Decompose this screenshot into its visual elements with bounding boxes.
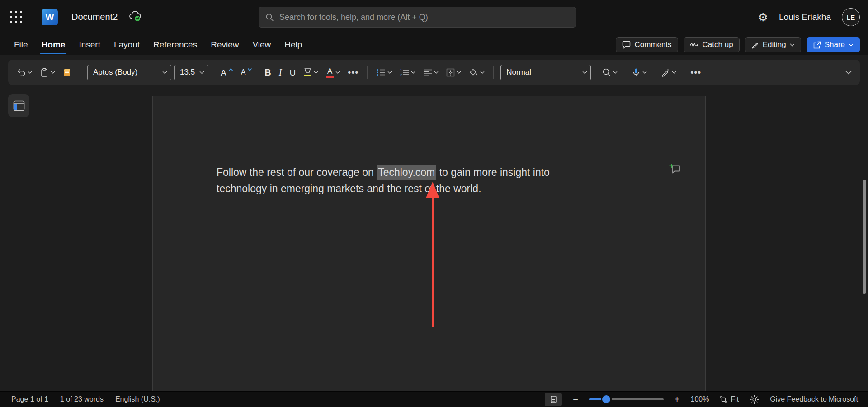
- more-ribbon-options-button[interactable]: •••: [689, 65, 703, 80]
- paragraph-line-1: Follow the rest of our coverage on Techl…: [217, 164, 550, 180]
- magic-pen-icon: [661, 68, 670, 77]
- paragraph-line-2: technology in emerging markets and the r…: [217, 180, 550, 197]
- statusbar-left: Page 1 of 1 1 of 23 words English (U.S.): [0, 395, 160, 403]
- tab-file[interactable]: File: [7, 34, 35, 55]
- document-paragraph[interactable]: Follow the rest of our coverage on Techl…: [217, 164, 550, 197]
- tab-help[interactable]: Help: [278, 34, 309, 55]
- zoom-slider-knob[interactable]: [602, 395, 610, 403]
- more-font-options-button[interactable]: •••: [346, 65, 360, 80]
- chevron-down-icon: [480, 71, 485, 74]
- topbar: W Document2 ⚙ Louis Eriakha LE: [0, 0, 868, 34]
- menubar-actions: Comments Catch up Editing: [616, 37, 868, 52]
- paste-button[interactable]: [38, 66, 57, 80]
- zoom-slider[interactable]: [589, 398, 664, 400]
- find-button[interactable]: [600, 66, 619, 79]
- word-logo-icon[interactable]: W: [42, 9, 58, 25]
- share-button[interactable]: Share: [807, 37, 860, 52]
- search-bar[interactable]: [259, 7, 576, 28]
- fit-icon: [720, 396, 727, 403]
- avatar[interactable]: LE: [842, 8, 860, 26]
- brightness-icon[interactable]: [750, 395, 759, 404]
- word-online-app: W Document2 ⚙ Louis Eriakha LE File Home: [0, 0, 868, 407]
- dictate-button[interactable]: [630, 66, 649, 80]
- italic-button[interactable]: I: [277, 66, 284, 79]
- tab-review[interactable]: Review: [204, 34, 245, 55]
- ribbon-zone: Aptos (Body) 13.5 A A B I U: [0, 55, 868, 89]
- statusbar: Page 1 of 1 1 of 23 words English (U.S.)…: [0, 391, 868, 407]
- bold-button[interactable]: B: [263, 66, 273, 79]
- user-name[interactable]: Louis Eriakha: [779, 12, 831, 22]
- editing-mode-button[interactable]: Editing: [745, 37, 801, 52]
- red-arrow-stem: [432, 197, 434, 327]
- tab-references[interactable]: References: [146, 34, 204, 55]
- red-arrow-head: [426, 182, 439, 198]
- comments-button[interactable]: Comments: [616, 37, 678, 52]
- font-size-select[interactable]: 13.5: [174, 65, 208, 80]
- shading-button[interactable]: [467, 66, 486, 79]
- align-left-icon: [423, 69, 432, 76]
- language[interactable]: English (U.S.): [115, 395, 160, 403]
- font-color-button[interactable]: A: [324, 65, 342, 80]
- feedback-link[interactable]: Give Feedback to Microsoft: [770, 395, 858, 403]
- font-name-select[interactable]: Aptos (Body): [87, 65, 171, 80]
- topbar-right: ⚙ Louis Eriakha LE: [758, 0, 860, 34]
- shrink-font-button[interactable]: A: [239, 66, 255, 78]
- grow-font-button[interactable]: A: [219, 66, 235, 79]
- ribbon-toolbar: Aptos (Body) 13.5 A A B I U: [8, 60, 860, 85]
- chevron-down-icon: [28, 71, 32, 74]
- side-panel-icon: [13, 100, 25, 111]
- document-canvas: Follow the rest of our coverage on Techl…: [0, 89, 868, 391]
- page-count[interactable]: Page 1 of 1: [11, 395, 48, 403]
- numbering-button[interactable]: 1 2: [398, 66, 417, 79]
- search-input[interactable]: [279, 13, 569, 22]
- chevron-down-icon: [162, 71, 167, 74]
- tab-insert[interactable]: Insert: [72, 34, 107, 55]
- zoom-out-button[interactable]: −: [573, 395, 578, 404]
- tab-home[interactable]: Home: [35, 34, 72, 55]
- add-comment-icon[interactable]: [668, 163, 681, 175]
- highlighted-text[interactable]: Techloy.com: [377, 165, 436, 180]
- tab-view[interactable]: View: [245, 34, 278, 55]
- caret-up-icon: [228, 68, 233, 71]
- clipboard-icon: [40, 68, 49, 77]
- bullets-button[interactable]: [374, 66, 394, 79]
- vertical-scrollbar[interactable]: [863, 180, 866, 294]
- avatar-initials: LE: [847, 14, 855, 21]
- document-title[interactable]: Document2: [71, 12, 118, 22]
- document-page[interactable]: Follow the rest of our coverage on Techl…: [152, 96, 706, 407]
- styles-chevron[interactable]: [579, 65, 590, 80]
- comment-bubble-icon: [622, 41, 631, 49]
- alignment-button[interactable]: [421, 66, 440, 79]
- settings-gear-icon[interactable]: ⚙: [758, 12, 768, 23]
- catch-up-button[interactable]: Catch up: [684, 37, 740, 52]
- page-view-button[interactable]: [545, 393, 562, 406]
- svg-text:2: 2: [400, 73, 402, 77]
- font-color-icon: A: [326, 67, 334, 78]
- navigation-pane-toggle[interactable]: [8, 94, 29, 117]
- app-launcher-icon[interactable]: [10, 11, 23, 24]
- chevron-down-icon: [199, 71, 204, 74]
- borders-button[interactable]: [444, 66, 463, 79]
- text-before-highlight: Follow the rest of our coverage on: [217, 166, 377, 178]
- word-count[interactable]: 1 of 23 words: [60, 395, 104, 403]
- chevron-down-icon: [845, 71, 852, 75]
- numbered-list-icon: 1 2: [400, 68, 409, 76]
- text-highlight-button[interactable]: [302, 66, 320, 79]
- zoom-level[interactable]: 100%: [691, 395, 709, 403]
- styles-select[interactable]: Normal: [500, 65, 591, 80]
- chevron-down-icon: [672, 71, 676, 74]
- chevron-down-icon: [411, 71, 415, 74]
- ribbon-divider: [493, 66, 494, 79]
- writing-assistant-button[interactable]: [659, 66, 678, 79]
- undo-icon: [16, 68, 26, 77]
- zoom-in-button[interactable]: +: [675, 395, 680, 404]
- bullet-list-icon: [376, 68, 386, 76]
- underline-button[interactable]: U: [288, 66, 297, 79]
- fit-to-page-button[interactable]: Fit: [720, 395, 739, 403]
- format-painter-button[interactable]: [61, 66, 73, 80]
- tab-layout[interactable]: Layout: [107, 34, 146, 55]
- microphone-icon: [632, 68, 641, 77]
- undo-button[interactable]: [14, 66, 34, 79]
- collapse-ribbon-button[interactable]: [844, 68, 854, 77]
- borders-icon: [446, 68, 455, 77]
